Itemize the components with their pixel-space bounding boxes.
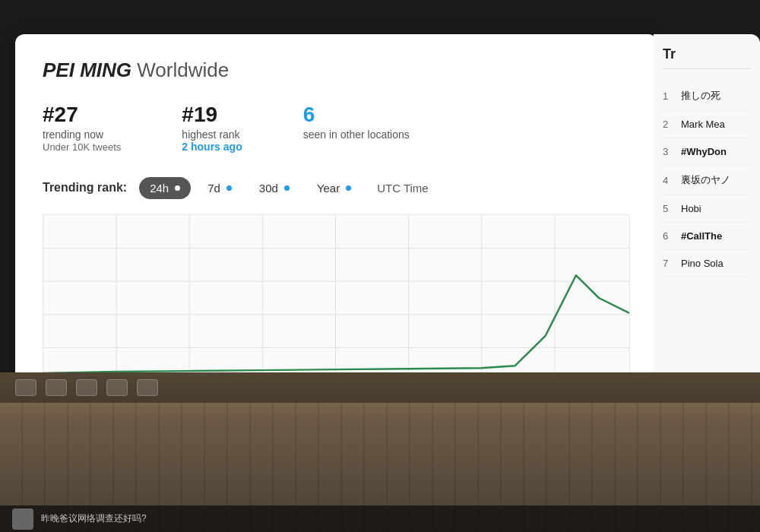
main-card: PEI MING Worldwide #27 trending now Unde…	[15, 34, 657, 407]
time-btn-7d-label: 7d	[207, 182, 220, 195]
time-btn-year-label: Year	[317, 182, 340, 195]
kb-icon	[15, 379, 36, 396]
stat-highest-rank: #19 highest rank 2 hours ago	[182, 103, 242, 153]
stat-label-highest: highest rank	[182, 128, 242, 141]
kb-icon	[46, 379, 67, 396]
dot-year	[346, 185, 351, 191]
kb-icon	[106, 379, 128, 396]
ad-text: 昨晚爸议网络调查还好吗?	[41, 512, 147, 525]
ad-icon	[12, 508, 33, 530]
trend-name: 裏坂のヤノ	[681, 173, 730, 187]
kb-icon	[76, 379, 97, 396]
utc-label: UTC Time	[377, 182, 429, 195]
stat-number-rank: #27	[43, 103, 121, 127]
kb-icon	[137, 379, 158, 396]
stat-sublabel-time: 2 hours ago	[182, 141, 242, 153]
stat-other-locations: 6 seen in other locations	[303, 103, 410, 141]
trend-num: 3	[663, 146, 675, 157]
time-btn-30d-label: 30d	[259, 182, 278, 195]
stat-number-locations: 6	[303, 103, 410, 127]
time-btn-year[interactable]: Year	[306, 177, 362, 199]
time-btn-24h[interactable]: 24h	[139, 177, 191, 199]
trend-num: 4	[663, 175, 675, 186]
chart-svg	[43, 215, 629, 381]
stat-label-locations: seen in other locations	[303, 128, 410, 141]
list-item: 5 Hobi	[663, 195, 751, 223]
dot-24h	[175, 185, 180, 191]
list-item: 7 Pino Sola	[663, 250, 751, 277]
list-item: 3 #WhyDon	[663, 138, 751, 166]
dot-7d	[226, 185, 232, 191]
stat-label-trending: trending now	[43, 128, 121, 141]
title-worldwide: Worldwide	[137, 59, 229, 81]
time-btn-24h-label: 24h	[150, 182, 169, 195]
trend-list: 1 推しの死 2 Mark Mea 3 #WhyDon 4 裏坂のヤノ 5 Ho…	[663, 81, 751, 277]
list-item: 2 Mark Mea	[663, 111, 751, 138]
chart-area	[43, 214, 630, 382]
trend-num: 6	[663, 230, 675, 242]
list-item: 6 #CallThe	[663, 223, 751, 250]
ad-bar: 昨晚爸议网络调查还好吗?	[0, 505, 760, 532]
trend-num: 2	[663, 119, 675, 130]
time-btn-30d[interactable]: 30d	[249, 177, 300, 199]
trend-name: 推しの死	[681, 89, 720, 103]
right-panel-title: Tr	[663, 46, 751, 69]
trend-name: Mark Mea	[681, 119, 725, 130]
trend-num: 7	[663, 258, 675, 269]
title-name: PEI MING	[43, 59, 131, 81]
trending-rank-row: Trending rank: 24h 7d 30d Year UTC Time	[43, 177, 630, 199]
keyboard-bar	[0, 372, 760, 403]
trend-num: 5	[663, 203, 675, 214]
trend-num: 1	[663, 90, 675, 102]
stats-row: #27 trending now Under 10K tweets #19 hi…	[43, 103, 630, 153]
bottom-area: 昨晚爸议网络调查还好吗?	[0, 372, 760, 532]
stat-trending-now: #27 trending now Under 10K tweets	[43, 103, 121, 153]
trend-name-hashtag: #WhyDon	[681, 146, 727, 157]
card-title: PEI MING Worldwide	[43, 59, 630, 82]
trending-rank-label: Trending rank:	[43, 181, 127, 195]
stat-number-highest: #19	[182, 103, 242, 127]
screen-container: PEI MING Worldwide #27 trending now Unde…	[0, 0, 760, 532]
dot-30d	[284, 185, 290, 191]
list-item: 1 推しの死	[663, 81, 751, 111]
right-panel: Tr 1 推しの死 2 Mark Mea 3 #WhyDon 4 裏坂のヤノ 5…	[654, 34, 760, 407]
trend-name: Pino Sola	[681, 258, 724, 269]
list-item: 4 裏坂のヤノ	[663, 166, 751, 195]
time-btn-7d[interactable]: 7d	[197, 177, 242, 199]
trend-name-hashtag: #CallThe	[681, 230, 722, 242]
stat-sublabel-tweets: Under 10K tweets	[43, 141, 121, 153]
trend-name: Hobi	[681, 203, 701, 214]
